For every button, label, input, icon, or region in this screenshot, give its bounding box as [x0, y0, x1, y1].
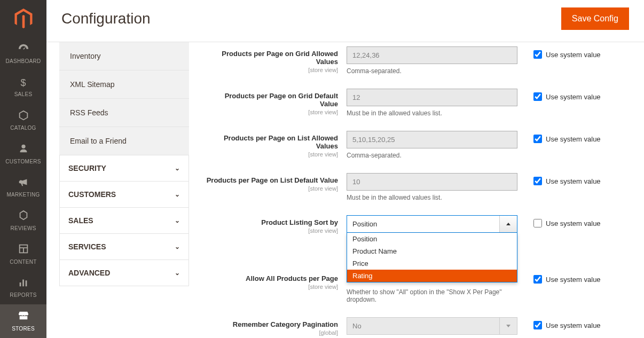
- page-title: Configuration: [61, 10, 151, 27]
- dropdown-toggle: [499, 318, 517, 334]
- sidebar-item-label: REVIEWS: [10, 225, 36, 231]
- grid-default-input[interactable]: [347, 89, 517, 106]
- option-position[interactable]: Position: [347, 233, 517, 245]
- sidebar-item-label: DASHBOARD: [5, 58, 41, 64]
- person-icon: [18, 144, 29, 156]
- use-system-checkbox[interactable]: [533, 135, 542, 143]
- page-header: Configuration Save Config: [46, 0, 644, 42]
- config-form: Products per Page on Grid Allowed Values…: [205, 42, 631, 338]
- remember-pagination-select[interactable]: No: [347, 317, 517, 335]
- dropdown-toggle[interactable]: [499, 216, 517, 232]
- field-label: Products per Page on Grid Default Value[…: [205, 89, 347, 115]
- field-label: Remember Category Pagination[global]: [205, 317, 347, 336]
- layout-icon: [18, 245, 29, 256]
- use-system-label: Use system value: [546, 177, 601, 185]
- use-system-checkbox[interactable]: [533, 219, 542, 227]
- megaphone-icon: [18, 177, 29, 189]
- option-product-name[interactable]: Product Name: [347, 245, 517, 257]
- field-label: Products per Page on Grid Allowed Values…: [205, 46, 347, 73]
- sidebar-item-content[interactable]: CONTENT: [0, 238, 46, 271]
- sidebar-item-marketing[interactable]: MARKETING: [0, 171, 46, 205]
- chart-icon: [18, 278, 29, 289]
- use-system-checkbox[interactable]: [533, 321, 542, 329]
- chevron-down-icon: ⌄: [175, 164, 180, 172]
- chevron-up-icon: [506, 223, 511, 225]
- sidebar-item-label: CATALOG: [10, 125, 36, 131]
- config-nav-xml-sitemap[interactable]: XML Sitemap: [59, 70, 189, 99]
- dollar-icon: $: [18, 77, 29, 89]
- sidebar-item-label: CONTENT: [10, 259, 36, 265]
- field-label: Product Listing Sort by[store view]: [205, 215, 347, 234]
- sidebar-item-stores[interactable]: STORES: [0, 304, 46, 338]
- field-hint: Comma-separated.: [347, 152, 517, 159]
- config-section-sales[interactable]: SALES⌄: [59, 208, 189, 234]
- chevron-down-icon: ⌄: [175, 243, 180, 250]
- sidebar-item-catalog[interactable]: CATALOG: [0, 104, 46, 138]
- config-section-services[interactable]: SERVICES⌄: [59, 234, 189, 260]
- config-section-advanced[interactable]: ADVANCED⌄: [59, 260, 189, 286]
- use-system-label: Use system value: [546, 276, 601, 284]
- config-section-security[interactable]: SECURITY⌄: [59, 155, 189, 182]
- use-system-label: Use system value: [546, 93, 601, 101]
- use-system-label: Use system value: [546, 135, 601, 143]
- field-label: Products per Page on List Allowed Values…: [205, 131, 347, 158]
- use-system-checkbox[interactable]: [533, 177, 542, 185]
- field-hint: Must be in the allowed values list.: [347, 109, 517, 117]
- list-default-input[interactable]: [347, 173, 517, 191]
- use-system-checkbox[interactable]: [533, 92, 542, 101]
- chevron-down-icon: ⌄: [175, 191, 180, 198]
- sidebar-item-dashboard[interactable]: DASHBOARD: [0, 37, 46, 71]
- config-nav-inventory[interactable]: Inventory: [59, 42, 189, 70]
- gauge-icon: [18, 44, 29, 56]
- use-system-checkbox[interactable]: [533, 50, 542, 59]
- sidebar-item-customers[interactable]: CUSTOMERS: [0, 137, 46, 171]
- field-hint: Must be in the allowed values list.: [347, 194, 517, 201]
- sidebar-item-label: SALES: [14, 91, 33, 97]
- grid-allowed-input[interactable]: [347, 46, 517, 64]
- box-icon: [18, 111, 29, 122]
- sidebar-item-reviews[interactable]: REVIEWS: [0, 205, 46, 238]
- field-label: Allow All Products per Page[store view]: [205, 271, 347, 290]
- field-hint: Whether to show "All" option in the "Sho…: [347, 288, 517, 303]
- use-system-label: Use system value: [546, 219, 601, 227]
- sidebar-item-label: STORES: [12, 326, 35, 332]
- list-allowed-input[interactable]: [347, 131, 517, 148]
- sidebar-item-label: CUSTOMERS: [5, 159, 41, 164]
- sort-by-dropdown: Position Product Name Price Rating: [347, 233, 517, 282]
- field-label: Products per Page on List Default Value[…: [205, 173, 347, 192]
- config-nav: Inventory XML Sitemap RSS Feeds Email to…: [59, 42, 189, 338]
- save-config-button[interactable]: Save Config: [561, 7, 629, 30]
- store-icon: [18, 311, 29, 323]
- chevron-down-icon: ⌄: [175, 217, 180, 224]
- chevron-down-icon: ⌄: [175, 269, 180, 277]
- config-nav-email-friend[interactable]: Email to a Friend: [59, 127, 189, 155]
- config-section-customers[interactable]: CUSTOMERS⌄: [59, 182, 189, 208]
- option-rating[interactable]: Rating: [347, 270, 517, 282]
- config-nav-rss-feeds[interactable]: RSS Feeds: [59, 99, 189, 127]
- sort-by-select[interactable]: Position: [347, 215, 517, 233]
- use-system-label: Use system value: [546, 321, 601, 329]
- chevron-down-icon: [506, 325, 511, 327]
- use-system-checkbox[interactable]: [533, 275, 542, 284]
- hexagon-icon: [18, 211, 29, 223]
- field-hint: Comma-separated.: [347, 67, 517, 75]
- use-system-label: Use system value: [546, 51, 601, 59]
- admin-sidebar: DASHBOARD $ SALES CATALOG CUSTOMERS MARK…: [0, 0, 46, 338]
- sidebar-item-label: MARKETING: [6, 192, 40, 198]
- magento-logo[interactable]: [0, 0, 46, 37]
- sidebar-item-reports[interactable]: REPORTS: [0, 271, 46, 305]
- sidebar-item-sales[interactable]: $ SALES: [0, 70, 46, 104]
- option-price[interactable]: Price: [347, 257, 517, 270]
- sidebar-item-label: REPORTS: [10, 292, 36, 298]
